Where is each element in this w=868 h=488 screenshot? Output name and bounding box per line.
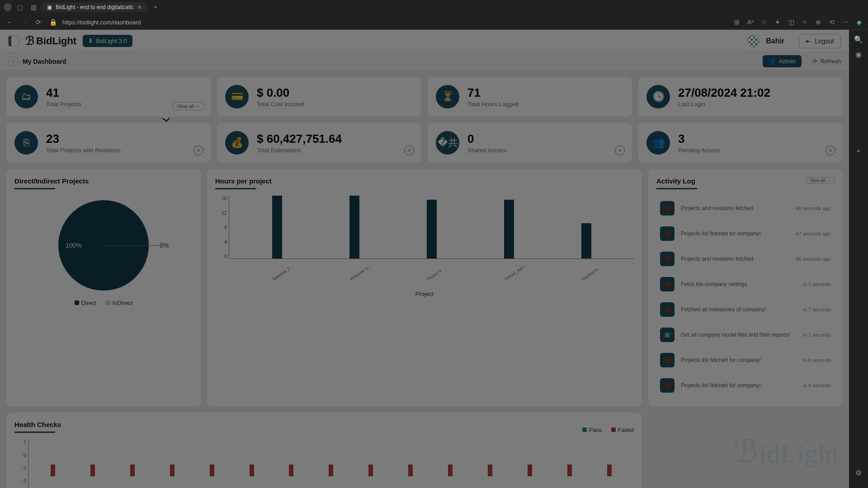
lock-icon[interactable]: 🔒 [48, 19, 58, 26]
x-label: Welcome to... [349, 272, 360, 282]
favorites-icon[interactable]: ✧ [800, 18, 809, 27]
x-label: Starling H... [581, 272, 592, 282]
activity-text: Fetch the company settings [681, 281, 797, 287]
health-bar [210, 465, 214, 476]
download-icon: ⬇ [88, 38, 93, 44]
briefcase-icon: ⊞ [660, 328, 675, 342]
split-icon[interactable]: ◫ [787, 18, 796, 27]
briefcase-icon: 💼 [660, 302, 675, 317]
hourglass-icon: ⏳ [436, 85, 459, 108]
bar-legend: Project [215, 291, 634, 297]
health-bar [250, 465, 254, 476]
activity-item[interactable]: ⊞ Get all company model files and their … [656, 322, 835, 347]
refresh-button[interactable]: ⟳ Refresh [812, 58, 841, 65]
url-field[interactable]: https://bidlight.com/dashboard [62, 19, 141, 26]
health-chart: 10-1-2-3 ...mP23...cu......cu......ds...… [28, 439, 634, 488]
activity-item[interactable]: 💼 Projects list fetched for company! 47 … [656, 221, 835, 246]
activity-time: 46 seconds ago [796, 256, 831, 262]
add-icon[interactable]: ＋ [193, 145, 203, 155]
clock-icon: 🕓 [646, 85, 670, 108]
tab-bar: ▢ ▥ ▣ BidLight - end to end digitalizati… [0, 0, 868, 14]
search-icon[interactable]: 🔍 [854, 35, 863, 44]
health-bar [607, 465, 612, 476]
activity-card: Activity Log View all → 💼 Projects and r… [648, 169, 843, 406]
activity-item[interactable]: 💼 Projects list fetched for company! in … [656, 347, 835, 373]
profile-icon[interactable] [4, 3, 12, 11]
star-icon[interactable]: ☆ [760, 18, 769, 27]
health-bar [329, 465, 333, 476]
group-icon: 👥 [646, 131, 670, 155]
sync-icon[interactable]: ⟲ [827, 18, 836, 27]
logout-button[interactable]: ⇤ Logout [799, 34, 841, 48]
health-bar [528, 465, 532, 476]
bar [427, 200, 437, 258]
x-label: School_Add... [504, 272, 514, 282]
activity-item[interactable]: 💼 Projects list fetched for company! in … [656, 373, 835, 398]
health-title: Health Checks [14, 421, 61, 433]
bar-chart: 1612840 Baseball_T...Welcome to...Projec… [229, 196, 634, 268]
activity-time: 48 seconds ago [796, 206, 831, 211]
money-icon: 💰 [225, 131, 249, 155]
share-icon: �共 [436, 131, 459, 155]
extensions-icon[interactable]: ✦ [773, 18, 782, 27]
apps-icon[interactable]: ⊞ [732, 18, 741, 27]
pie-legend: Direct InDirect [75, 300, 133, 306]
revisions-icon: ⎘ [14, 131, 38, 155]
x-label: Project X [426, 272, 437, 282]
briefcase-icon: 💼 [660, 252, 675, 266]
username: Bahir [766, 37, 784, 45]
text-size-icon[interactable]: Aᵃ [746, 18, 755, 27]
activity-time: in 9 seconds [803, 383, 831, 388]
add-icon[interactable]: ＋ [404, 145, 414, 155]
activity-time: in 7 seconds [803, 307, 831, 312]
folder-icon: 🗂 [14, 85, 38, 108]
back-icon[interactable]: ← [5, 19, 14, 26]
health-bar [170, 465, 175, 476]
add-tool-icon[interactable]: ＋ [855, 146, 862, 156]
workspaces-icon[interactable]: ▢ [14, 2, 25, 13]
menu-icon[interactable]: ⋯ [841, 18, 850, 27]
briefcase-icon: 💼 [660, 201, 675, 216]
logout-icon: ⇤ [806, 38, 811, 45]
download-button[interactable]: ⬇ BidLight 3.0 [83, 35, 132, 47]
tab-favicon: ▣ [47, 4, 52, 10]
reload-icon[interactable]: ⟳ [33, 19, 43, 26]
tabs-icon[interactable]: ▥ [28, 2, 39, 13]
address-bar-row: ← → ⟳ 🔒 https://bidlight.com/dashboard ⊞… [0, 14, 868, 30]
bar [504, 200, 514, 258]
app-logo[interactable]: ℬBidLight [25, 34, 76, 48]
admin-button[interactable]: 👤 Admin [763, 55, 802, 67]
activity-item[interactable]: 💼 Fetched all milestones of company! in … [656, 297, 835, 322]
browser-tab[interactable]: ▣ BidLight - end to end digitalizatic ✕ [42, 2, 147, 12]
add-icon[interactable]: ＋ [615, 145, 625, 155]
briefcase-icon: 💼 [660, 226, 675, 241]
sidebar-toggle[interactable] [8, 36, 19, 47]
health-bar [567, 465, 572, 476]
chat-icon[interactable]: ◉ [855, 50, 862, 59]
activity-text: Projects and revisions fetched [681, 205, 789, 211]
app-header: ℬBidLight ⬇ BidLight 3.0 Bahir ⇤ Logout [0, 30, 849, 52]
activity-item[interactable]: 💼 Projects and revisions fetched 46 seco… [656, 246, 835, 272]
settings-icon[interactable]: ⚙ [855, 469, 862, 477]
browser-chrome: ▢ ▥ ▣ BidLight - end to end digitalizati… [0, 0, 868, 30]
health-bar [408, 465, 413, 476]
stat-pending: 👥 3 Pending Access ＋ [638, 123, 843, 163]
activity-text: Projects list fetched for company! [681, 382, 797, 389]
view-all-button[interactable]: View all → [806, 177, 835, 184]
activity-item[interactable]: 💼 Fetch the company settings in 7 second… [656, 272, 835, 297]
view-all-button[interactable]: View all → [173, 102, 204, 110]
activity-time: in 8 seconds [803, 357, 831, 363]
add-icon[interactable]: ＋ [826, 145, 835, 155]
new-tab-icon[interactable]: ＋ [150, 2, 161, 13]
stat-shared: �共 0 Shared Access ＋ [428, 123, 632, 163]
collections-icon[interactable]: ⊕ [814, 18, 823, 27]
close-icon[interactable]: ✕ [137, 4, 142, 10]
pie-title: Direct/Indirect Projects [14, 177, 193, 189]
copilot-icon[interactable]: ◆ [854, 18, 863, 27]
back-button[interactable]: ‹ [8, 56, 18, 66]
forward-icon: → [19, 19, 29, 26]
briefcase-icon: 💼 [660, 378, 675, 393]
stat-total-cost: 💳 $ 0.00 Total Cost Incured [217, 77, 421, 117]
avatar[interactable] [747, 35, 760, 47]
activity-item[interactable]: 💼 Projects and revisions fetched 48 seco… [656, 196, 835, 221]
